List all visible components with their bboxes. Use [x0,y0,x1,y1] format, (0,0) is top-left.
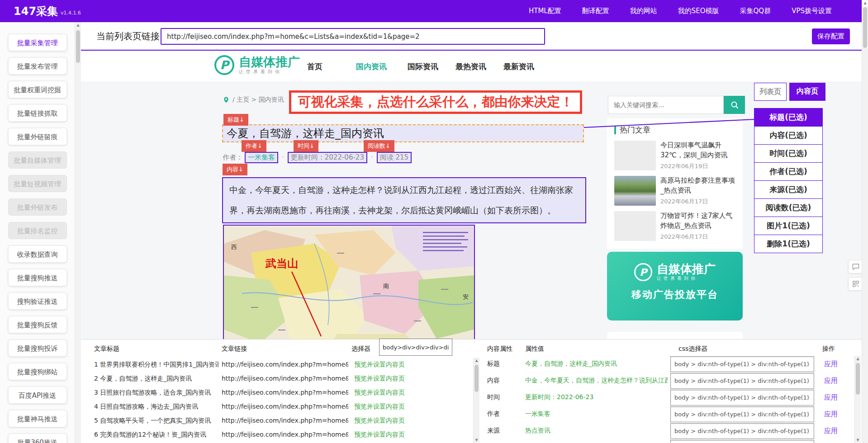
apply-link[interactable]: 应用 [824,410,838,419]
field-source[interactable]: 来源(已选) [754,180,823,199]
sidebar-item-index-query[interactable]: 收录数据查询 [8,245,67,263]
topnav-vps-dial[interactable]: VPS拨号设置 [792,7,832,15]
config-bar: 当前列表页链接 保存配置 [81,22,868,51]
sidebar-item-360-push[interactable]: 批量360推送 [8,434,67,443]
sidebar-item-collect-manage[interactable]: 批量采集管理 [8,34,67,51]
sidebar-item-keyword-mining[interactable]: 批量权重词挖掘 [8,81,67,98]
attr-scroll-thumb[interactable] [856,363,860,395]
save-config-button[interactable]: 保存配置 [812,28,850,44]
time-tag[interactable]: 时间↓ [294,140,318,152]
list-selector-input[interactable] [379,339,452,356]
field-delete1[interactable]: 删除1(已选) [754,235,823,253]
preview-set-content-link[interactable]: 预览并设置内容页 [354,358,405,372]
apply-link[interactable]: 应用 [824,377,838,385]
topnav-qq-group[interactable]: 采集QQ群 [740,7,771,15]
article-content-selection[interactable]: 中金，今年夏天，自驾游，这种走怎样？说到从江西九江起程，透过江西始兴、往湖南张家… [222,177,586,223]
hot-article-title[interactable]: 万物皆可炸！这7家人气炸物店_热点资讯 [660,211,735,231]
row-link[interactable]: http://feijiseo.com/index.php?m=home&c=V… [222,414,348,428]
window-scroll-thumb[interactable] [863,7,867,48]
apply-link[interactable]: 应用 [824,360,838,368]
tab-list-page[interactable]: 列表页 [754,83,787,101]
apply-link[interactable]: 应用 [824,427,838,435]
row-link[interactable]: http://feijiseo.com/index.php?m=home&c=V… [222,428,348,442]
css-selector-input[interactable] [670,356,814,372]
row-link[interactable]: http://feijiseo.com/index.php?m=home&c=V… [222,358,348,372]
preview-set-content-link[interactable]: 预览并设置内容页 [354,428,405,442]
article-title-selection[interactable]: 今夏，自驾游，这样走_国内资讯 [222,124,584,142]
css-selector-input[interactable] [670,440,814,443]
preview-set-content-link[interactable]: 预览并设置内容页 [354,414,405,428]
preview-set-content-link[interactable]: 预览并设置内容页 [354,400,405,414]
list-url-input[interactable] [161,28,545,45]
search-input[interactable] [608,96,724,114]
sitenav-international[interactable]: 国际资讯 [408,61,438,72]
row-link[interactable]: http://feijiseo.com/index.php?m=home&c=V… [222,372,348,386]
preview-set-content-link[interactable]: 预览并设置内容页 [354,386,405,400]
window-scrollbar[interactable]: ▲ [862,0,868,443]
sidebar-item-sogou-feedback[interactable]: 批量搜狗反馈 [8,316,67,333]
attr-table-scrollbar[interactable]: ▲ ▼ [854,356,861,443]
sitenav-hottest[interactable]: 最热资讯 [455,61,486,72]
sidebar-item-sogou-bind[interactable]: 批量搜狗绑站 [8,363,67,380]
views-tag[interactable]: 阅读数↓ [364,140,394,152]
sidebar-item-publish-manage[interactable]: 批量发布管理 [8,57,67,75]
list-table-scrollbar[interactable]: ▲ ▼ [473,358,479,443]
speech-bubble-icon [852,263,860,270]
css-selector-input[interactable] [670,373,814,389]
topnav-translate-config[interactable]: 翻译配置 [582,7,609,15]
sidebar-item-sogou-verify-push[interactable]: 搜狗验证推送 [8,292,67,310]
chat-button[interactable] [848,260,863,273]
topnav-seo-templates[interactable]: 我的SEO模版 [678,7,719,15]
sitenav-latest[interactable]: 最新资讯 [503,61,534,72]
css-selector-input[interactable] [670,406,814,422]
field-views[interactable]: 阅读数(已选) [754,198,823,217]
css-selector-input[interactable] [670,390,814,405]
time-selection[interactable]: 更新时间：2022-06-23 [288,152,367,163]
topnav-my-sites[interactable]: 我的网站 [630,7,657,15]
sidebar-item-sogou-complaint[interactable]: 批量搜狗投诉 [8,339,67,357]
author-label: 作者： [223,153,243,162]
field-time[interactable]: 时间(已选) [754,144,823,163]
sidebar-item-backlink-trace[interactable]: 批量外链留痕 [8,128,67,145]
search-button[interactable] [724,96,745,114]
sidebar-item-link-grab[interactable]: 批量链接抓取 [8,104,67,122]
hot-article-item[interactable]: 高原马拉松参赛注意事项_热点资讯 2022年06月17日 [614,176,735,206]
hot-article-item[interactable]: 万物皆可炸！这7家人气炸物店_热点资讯 2022年06月17日 [614,211,735,241]
row-link[interactable]: http://feijiseo.com/index.php?m=home&c=V… [222,386,348,400]
sitenav-domestic[interactable]: 国内资讯 [356,61,387,72]
qr-code-button[interactable] [848,277,863,291]
apply-link[interactable]: 应用 [824,393,838,402]
content-tag[interactable]: 内容↓ [223,164,247,175]
author-tag[interactable]: 作者↓ [242,140,266,152]
topnav-html-config[interactable]: HTML配置 [529,7,561,15]
sidebar-scroll-thumb[interactable] [76,30,80,63]
sidebar-scrollbar[interactable]: ▲ [75,22,81,443]
title-tag[interactable]: 标题↓ [223,114,248,126]
sidebar-item-sogou-push[interactable]: 批量搜狗推送 [8,269,67,286]
scroll-down-icon[interactable]: ▼ [474,437,479,443]
scroll-up-icon[interactable]: ▲ [855,356,861,362]
site-logo[interactable]: P 自媒体推广 让世界看到你 [214,55,300,75]
sidebar-item-baidu-api-push[interactable]: 百度API推送 [8,386,67,404]
scroll-up-icon[interactable]: ▲ [862,0,868,6]
css-selector-input[interactable] [670,423,814,439]
sitenav-home[interactable]: 首页 [307,61,323,72]
hot-article-item[interactable]: 今日深圳事气温飙升32℃，深圳_国内资讯 2022年06月19日 [614,141,735,170]
field-author[interactable]: 作者(已选) [754,162,823,181]
field-title[interactable]: 标题(已选) [754,108,823,127]
preview-set-content-link[interactable]: 预览并设置内容页 [354,372,405,386]
tab-content-page[interactable]: 内容页 [789,83,825,101]
row-link[interactable]: http://feijiseo.com/index.php?m=home&c=V… [222,400,348,414]
scroll-down-icon[interactable]: ▼ [855,437,861,443]
field-content[interactable]: 内容(已选) [754,126,823,145]
ad-banner[interactable]: P 自媒体推广 让世界看到你 移动广告投放平台 [607,252,743,320]
hot-article-title[interactable]: 高原马拉松参赛注意事项_热点资讯 [660,176,735,196]
field-image1[interactable]: 图片1(已选) [754,217,823,235]
list-scroll-thumb[interactable] [474,365,479,392]
sidebar-item-shenma-push[interactable]: 批量神马推送 [8,410,67,427]
scroll-up-icon[interactable]: ▲ [75,22,81,28]
author-selection[interactable]: 一米集客 [245,152,278,163]
scroll-up-icon[interactable]: ▲ [474,358,479,364]
views-selection[interactable]: 阅读 215 [377,152,412,163]
hot-article-title[interactable]: 今日深圳事气温飙升32℃，深圳_国内资讯 [660,141,735,160]
